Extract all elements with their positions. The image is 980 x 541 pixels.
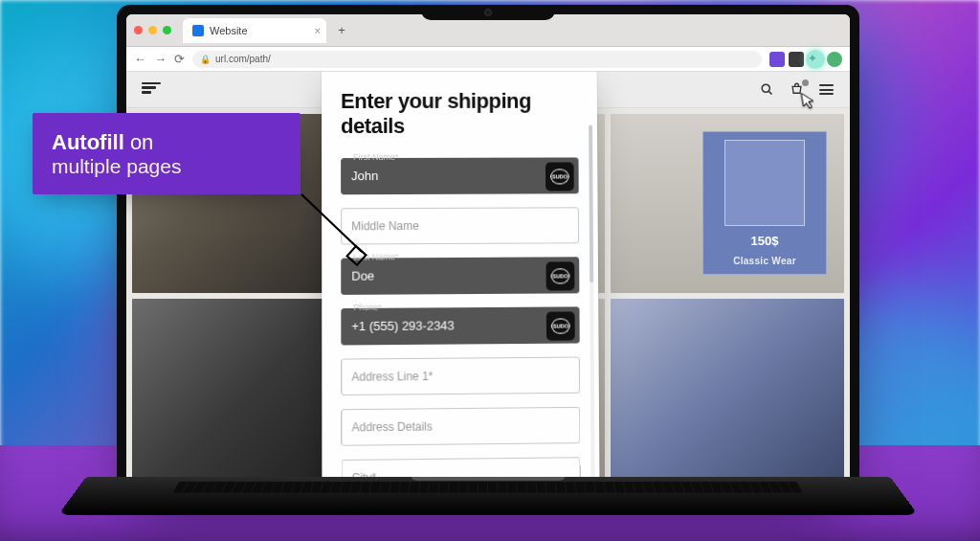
- back-icon[interactable]: ←: [134, 52, 146, 66]
- close-tab-icon[interactable]: ×: [315, 25, 321, 36]
- scrollbar-thumb[interactable]: [589, 125, 593, 283]
- extension-icon[interactable]: [769, 52, 785, 67]
- sudo-badge-icon[interactable]: SUDO: [546, 311, 575, 340]
- url-bar[interactable]: 🔒 url.com/path/: [192, 51, 762, 68]
- laptop: Website × + ← → ⟳ 🔒 url.com/path/ ✦: [124, 5, 852, 507]
- field-label: First Name*: [349, 152, 402, 162]
- svg-point-0: [762, 84, 769, 92]
- laptop-screen: Website × + ← → ⟳ 🔒 url.com/path/ ✦: [126, 14, 850, 484]
- maximize-window-icon[interactable]: [163, 26, 171, 34]
- menu-icon[interactable]: [818, 81, 835, 98]
- product-tile[interactable]: [611, 299, 844, 478]
- shipping-modal: Enter your shipping details First Name* …: [322, 72, 600, 484]
- middle-name-field[interactable]: Middle Name: [341, 207, 579, 244]
- reload-icon[interactable]: ⟳: [174, 52, 185, 66]
- modal-scrollbar[interactable]: [589, 125, 595, 484]
- highlighted-extension: [806, 50, 825, 69]
- product-name: Classic Wear: [733, 256, 796, 266]
- tab-title: Website: [210, 25, 248, 36]
- field-label: Last Name*: [349, 252, 402, 261]
- field-placeholder: Middle Name: [351, 219, 419, 233]
- address-line1-field[interactable]: Address Line 1*: [341, 356, 580, 394]
- modal-title: Enter your shipping details: [341, 89, 578, 139]
- forward-icon[interactable]: →: [154, 52, 167, 66]
- browser-toolbar: ← → ⟳ 🔒 url.com/path/ ✦: [126, 47, 850, 72]
- product-thumb: [724, 140, 805, 226]
- last-name-field[interactable]: Last Name* Doe SUDO: [341, 257, 579, 295]
- search-icon[interactable]: [759, 81, 775, 98]
- phone-field[interactable]: Phone* +1 (555) 293-2343 SUDO: [341, 306, 579, 345]
- laptop-notch: [421, 5, 555, 20]
- minimize-window-icon[interactable]: [148, 26, 157, 34]
- extension-icon[interactable]: [789, 52, 804, 67]
- field-value: John: [351, 169, 378, 183]
- extensions: ✦: [769, 52, 842, 67]
- browser-tab[interactable]: Website ×: [183, 18, 326, 43]
- field-placeholder: Address Details: [352, 419, 433, 434]
- new-tab-button[interactable]: +: [332, 21, 351, 40]
- product-tile[interactable]: 150$ Classic Wear: [611, 114, 844, 293]
- field-label: Phone*: [349, 303, 386, 312]
- address-details-field[interactable]: Address Details: [341, 407, 580, 446]
- field-value: Doe: [351, 269, 374, 283]
- first-name-field[interactable]: First Name* John SUDO: [341, 157, 579, 194]
- product-card[interactable]: 150$ Classic Wear: [702, 131, 827, 275]
- field-value: +1 (555) 293-2343: [351, 319, 454, 334]
- close-window-icon[interactable]: [134, 26, 143, 34]
- sudo-badge-icon[interactable]: SUDO: [546, 261, 575, 290]
- callout-line1: Autofill on: [52, 130, 281, 155]
- url-text: url.com/path/: [215, 54, 271, 64]
- sudo-badge-icon[interactable]: SUDO: [546, 162, 574, 191]
- site-logo-icon[interactable]: [142, 82, 161, 98]
- feature-callout: Autofill on multiple pages: [33, 113, 301, 194]
- callout-line2: multiple pages: [52, 155, 281, 178]
- field-placeholder: Address Line 1*: [351, 370, 433, 384]
- profile-avatar-icon[interactable]: [827, 52, 842, 67]
- window-controls[interactable]: [134, 26, 171, 34]
- favicon-icon: [192, 25, 204, 36]
- camera-icon: [484, 9, 492, 16]
- laptop-base: [58, 477, 919, 515]
- product-price: 150$: [751, 234, 779, 248]
- lock-icon: 🔒: [200, 55, 211, 64]
